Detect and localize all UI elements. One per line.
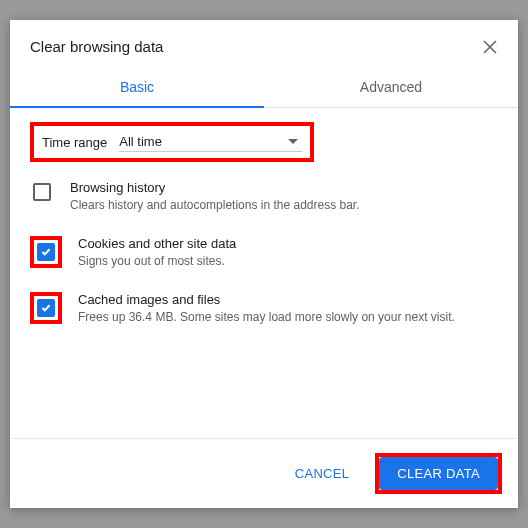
checkbox[interactable]: [37, 243, 55, 261]
clear-browsing-data-dialog: Clear browsing data Basic Advanced Time …: [10, 20, 518, 508]
chevron-down-icon: [288, 139, 298, 144]
cancel-button[interactable]: CANCEL: [277, 457, 368, 490]
checkbox-wrap: [34, 296, 58, 320]
dialog-footer: CANCEL CLEAR DATA: [10, 438, 518, 508]
highlight-box: [30, 236, 62, 268]
checkbox[interactable]: [33, 183, 51, 201]
dialog-header: Clear browsing data: [10, 20, 518, 67]
time-range-row: Time range All time: [30, 122, 498, 162]
option-row: Cookies and other site dataSigns you out…: [30, 236, 498, 270]
checkbox-wrap: [30, 180, 54, 204]
time-range-label: Time range: [42, 135, 107, 150]
time-range-value: All time: [119, 134, 162, 149]
option-title: Cookies and other site data: [78, 236, 498, 251]
option-row: Cached images and filesFrees up 36.4 MB.…: [30, 292, 498, 326]
tab-advanced[interactable]: Advanced: [264, 67, 518, 107]
checkbox[interactable]: [37, 299, 55, 317]
tabs: Basic Advanced: [10, 67, 518, 108]
highlight-box: [30, 292, 62, 324]
option-title: Cached images and files: [78, 292, 498, 307]
option-text: Browsing historyClears history and autoc…: [70, 180, 498, 214]
time-range-control: Time range All time: [34, 126, 310, 158]
option-text: Cached images and filesFrees up 36.4 MB.…: [78, 292, 498, 326]
option-title: Browsing history: [70, 180, 498, 195]
clear-data-button[interactable]: CLEAR DATA: [379, 457, 498, 490]
close-icon[interactable]: [482, 39, 498, 55]
option-row: Browsing historyClears history and autoc…: [30, 180, 498, 214]
highlight-box: Time range All time: [30, 122, 314, 162]
option-text: Cookies and other site dataSigns you out…: [78, 236, 498, 270]
dialog-body: Time range All time Browsing historyClea…: [10, 108, 518, 438]
option-desc: Signs you out of most sites.: [78, 253, 498, 270]
tab-basic[interactable]: Basic: [10, 67, 264, 107]
highlight-box: CLEAR DATA: [375, 453, 502, 494]
option-desc: Clears history and autocompletions in th…: [70, 197, 498, 214]
time-range-select[interactable]: All time: [119, 132, 302, 152]
option-desc: Frees up 36.4 MB. Some sites may load mo…: [78, 309, 498, 326]
dialog-title: Clear browsing data: [30, 38, 163, 55]
checkbox-wrap: [34, 240, 58, 264]
